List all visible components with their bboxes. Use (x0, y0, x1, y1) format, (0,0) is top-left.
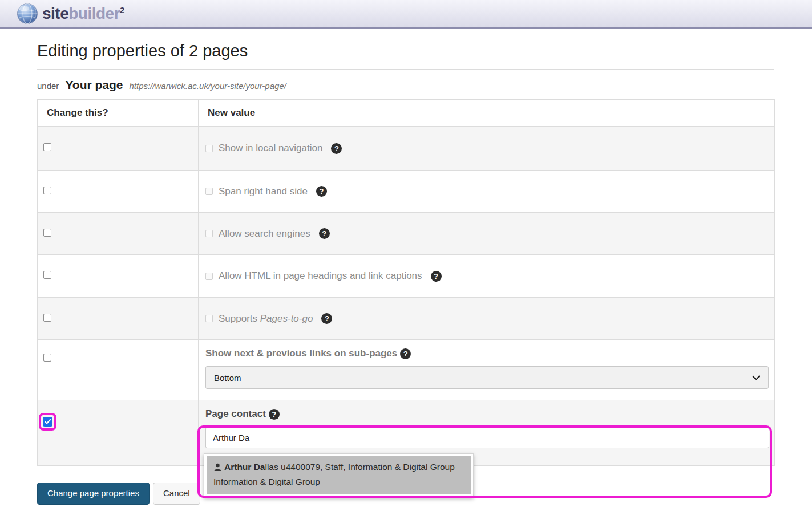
option-label: Show in local navigation (219, 143, 322, 154)
logo-site-text: site (42, 5, 68, 22)
value-checkbox-pages-to-go (205, 315, 213, 322)
checkmark-icon (45, 419, 51, 424)
value-checkbox-search-engines (205, 230, 213, 237)
parent-page-name: Your page (65, 78, 123, 92)
help-icon[interactable]: ? (316, 186, 327, 197)
help-icon[interactable]: ? (269, 409, 280, 420)
autocomplete-suggestion[interactable]: Arthur Dallas u4400079, Staff, Informati… (207, 456, 471, 494)
logo-wordmark: sitebuilder2 (42, 6, 124, 22)
help-icon[interactable]: ? (400, 348, 411, 359)
help-icon[interactable]: ? (331, 143, 342, 154)
help-icon[interactable]: ? (319, 228, 330, 239)
table-row: Page contact ? Arthur Dallas u4400079, S… (38, 400, 775, 466)
value-checkbox-allow-html (205, 273, 213, 280)
option-label: Span right hand side (219, 186, 308, 197)
contact-autocomplete-dropdown: Arthur Dallas u4400079, Staff, Informati… (204, 453, 474, 497)
parent-page-line: under Your page https://warwick.ac.uk/yo… (37, 78, 774, 92)
main-content: Editing properties of 2 pages under Your… (0, 42, 812, 505)
checkbox-highlight-annotation (39, 413, 56, 431)
table-row: Show next & previous links on sub-pages … (38, 340, 775, 400)
change-page-properties-button[interactable]: Change page properties (37, 483, 150, 505)
table-row: Allow search engines ? (38, 213, 775, 255)
app-header: sitebuilder2 (0, 0, 812, 29)
under-label: under (37, 81, 59, 91)
select-value: Bottom (214, 373, 241, 383)
table-row: Allow HTML in page headings and link cap… (38, 255, 775, 298)
table-row: Supports Pages-to-go ? (38, 298, 775, 340)
table-row: Span right hand side ? (38, 171, 775, 213)
table-row: Show in local navigation ? (38, 127, 775, 171)
table-header-row: Change this? New value (38, 100, 775, 127)
help-icon[interactable]: ? (431, 271, 442, 282)
value-checkbox-local-navigation (205, 145, 213, 152)
title-divider (37, 69, 774, 70)
change-checkbox-allow-html[interactable] (43, 271, 51, 279)
change-checkbox-page-contact[interactable] (43, 417, 52, 427)
page-title: Editing properties of 2 pages (37, 42, 774, 60)
option-label: Allow HTML in page headings and link cap… (219, 270, 422, 282)
change-checkbox-subpage-links[interactable] (43, 354, 51, 362)
suggestion-department: Information & Digital Group (213, 475, 464, 489)
page-contact-input[interactable] (205, 427, 769, 448)
option-label: Allow search engines (219, 228, 310, 240)
change-checkbox-span-right[interactable] (43, 187, 51, 194)
subpage-links-select[interactable]: Bottom (205, 366, 769, 389)
change-checkbox-local-navigation[interactable] (43, 143, 51, 151)
option-label: Show next & previous links on sub-pages (205, 348, 397, 359)
column-header-change-this: Change this? (38, 100, 199, 127)
chevron-down-icon (752, 375, 760, 380)
parent-page-url: https://warwick.ac.uk/your-site/your-pag… (130, 81, 286, 91)
column-header-new-value: New value (199, 100, 775, 127)
change-checkbox-pages-to-go[interactable] (43, 314, 51, 322)
value-checkbox-span-right (205, 188, 213, 195)
properties-table: Change this? New value Show in local nav… (37, 99, 775, 466)
sitebuilder-logo[interactable]: sitebuilder2 (17, 3, 124, 25)
person-icon (213, 463, 222, 472)
suggestion-match-text: Arthur Dallas u4400079, Staff, Informati… (224, 460, 455, 475)
cancel-button[interactable]: Cancel (153, 483, 200, 505)
logo-superscript: 2 (120, 5, 124, 15)
option-label: Supports Pages-to-go (219, 313, 313, 325)
change-checkbox-search-engines[interactable] (43, 229, 51, 237)
help-icon[interactable]: ? (321, 313, 332, 324)
globe-icon (17, 3, 38, 25)
logo-builder-text: builder (68, 5, 120, 22)
option-label: Page contact (205, 408, 266, 420)
